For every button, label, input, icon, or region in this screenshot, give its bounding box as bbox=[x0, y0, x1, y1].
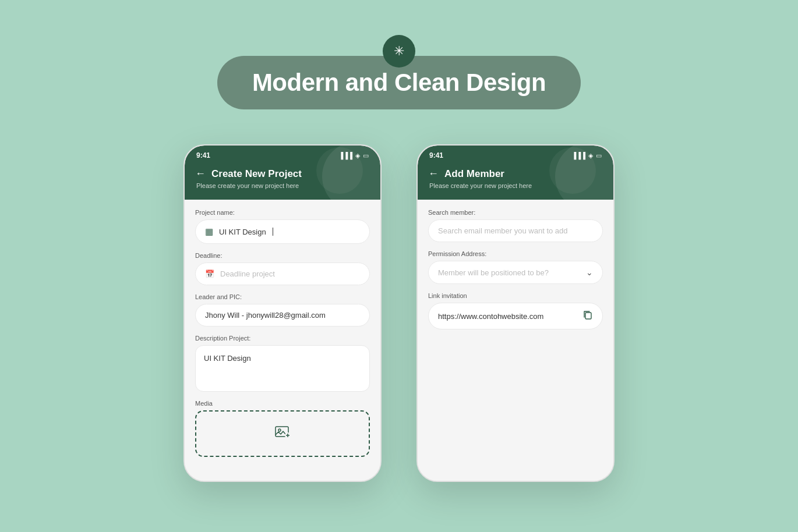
project-name-input[interactable]: ▦ UI KIT Design bbox=[195, 219, 370, 244]
calendar-icon: 📅 bbox=[205, 269, 214, 278]
permission-label: Permission Address: bbox=[428, 250, 603, 257]
leader-input[interactable]: Jhony Will - jhonywill28@gmail.com bbox=[195, 304, 370, 327]
leader-label: Leader and PIC: bbox=[195, 293, 370, 300]
deadline-group: Deadline: 📅 Deadline project bbox=[195, 252, 370, 285]
permission-dropdown[interactable]: Member will be positioned to be? ⌄ bbox=[428, 261, 603, 284]
phone-2-frame: 9:41 ▐▐▐ ◈ ▭ ← Add Member Please create … bbox=[416, 144, 615, 482]
phone-2-status-icons: ▐▐▐ ◈ ▭ bbox=[572, 152, 602, 159]
page-title: Modern and Clean Design bbox=[252, 69, 546, 97]
phone-1-status-icons: ▐▐▐ ◈ ▭ bbox=[339, 152, 369, 159]
phone-2-body: Search member: Search email member you w… bbox=[418, 200, 613, 481]
svg-rect-5 bbox=[585, 313, 591, 319]
leader-value: Jhony Will - jhonywill28@gmail.com bbox=[205, 311, 326, 320]
phone-1-body: Project name: ▦ UI KIT Design Deadline: … bbox=[185, 200, 380, 481]
description-label: Description Project: bbox=[195, 335, 370, 342]
battery-icon-2: ▭ bbox=[596, 152, 602, 159]
link-label: Link invitation bbox=[428, 292, 603, 299]
phone-1-time: 9:41 bbox=[196, 151, 210, 159]
phone-2-nav-title: Add Member bbox=[444, 168, 504, 180]
project-icon: ▦ bbox=[205, 226, 213, 237]
phone-1-header: 9:41 ▐▐▐ ◈ ▭ ← Create New Project Please… bbox=[185, 146, 380, 200]
battery-icon: ▭ bbox=[363, 152, 369, 159]
upload-icon bbox=[275, 425, 290, 442]
search-member-input[interactable]: Search email member you want to add bbox=[428, 219, 603, 242]
phone-1-nav-subtitle: Please create your new project here bbox=[195, 182, 370, 189]
signal-icon: ▐▐▐ bbox=[339, 152, 352, 159]
header-area: ✳ Modern and Clean Design bbox=[217, 35, 581, 109]
project-name-label: Project name: bbox=[195, 209, 370, 216]
back-button[interactable]: ← bbox=[195, 168, 206, 180]
media-label: Media bbox=[195, 400, 370, 407]
project-name-value: UI KIT Design bbox=[219, 228, 266, 236]
wifi-icon-2: ◈ bbox=[588, 152, 593, 159]
search-member-group: Search member: Search email member you w… bbox=[428, 209, 603, 242]
description-group: Description Project: UI KIT Design bbox=[195, 335, 370, 392]
phone-2-nav-subtitle: Please create your new project here bbox=[428, 182, 603, 189]
phone-1-nav-top: ← Create New Project bbox=[195, 168, 370, 180]
sparkle-badge: ✳ bbox=[383, 35, 415, 68]
phone-1-nav-title: Create New Project bbox=[211, 168, 302, 180]
description-textarea[interactable]: UI KIT Design bbox=[195, 345, 370, 392]
search-member-label: Search member: bbox=[428, 209, 603, 216]
sparkle-icon: ✳ bbox=[394, 44, 404, 59]
deadline-input[interactable]: 📅 Deadline project bbox=[195, 263, 370, 285]
link-input[interactable]: https://www.contohwebsite.com bbox=[428, 303, 603, 329]
description-value: UI KIT Design bbox=[204, 354, 251, 363]
back-button-2[interactable]: ← bbox=[428, 168, 439, 180]
link-group: Link invitation https://www.contohwebsit… bbox=[428, 292, 603, 329]
phone-2-header: 9:41 ▐▐▐ ◈ ▭ ← Add Member Please create … bbox=[418, 146, 613, 200]
search-member-placeholder: Search email member you want to add bbox=[438, 226, 568, 235]
media-group: Media bbox=[195, 400, 370, 457]
phone-2-nav-top: ← Add Member bbox=[428, 168, 603, 180]
phone-1-frame: 9:41 ▐▐▐ ◈ ▭ ← Create New Project Please… bbox=[183, 144, 382, 482]
text-cursor bbox=[273, 228, 273, 236]
wifi-icon: ◈ bbox=[355, 152, 360, 159]
svg-point-1 bbox=[278, 429, 281, 431]
phones-container: 9:41 ▐▐▐ ◈ ▭ ← Create New Project Please… bbox=[183, 144, 615, 482]
deadline-placeholder: Deadline project bbox=[220, 269, 275, 278]
copy-icon[interactable] bbox=[582, 310, 593, 322]
phone-1-status-bar: 9:41 ▐▐▐ ◈ ▭ bbox=[185, 146, 380, 162]
deadline-label: Deadline: bbox=[195, 252, 370, 259]
chevron-down-icon: ⌄ bbox=[586, 268, 593, 277]
permission-group: Permission Address: Member will be posit… bbox=[428, 250, 603, 284]
media-upload-area[interactable] bbox=[195, 410, 370, 457]
signal-icon-2: ▐▐▐ bbox=[572, 152, 585, 159]
phone-2-time: 9:41 bbox=[429, 151, 443, 159]
permission-placeholder: Member will be positioned to be? bbox=[438, 268, 549, 277]
phone-1-nav: ← Create New Project Please create your … bbox=[185, 162, 380, 200]
project-name-group: Project name: ▦ UI KIT Design bbox=[195, 209, 370, 244]
phone-2-nav: ← Add Member Please create your new proj… bbox=[418, 162, 613, 200]
leader-group: Leader and PIC: Jhony Will - jhonywill28… bbox=[195, 293, 370, 327]
phone-2-status-bar: 9:41 ▐▐▐ ◈ ▭ bbox=[418, 146, 613, 162]
link-value: https://www.contohwebsite.com bbox=[438, 312, 543, 321]
